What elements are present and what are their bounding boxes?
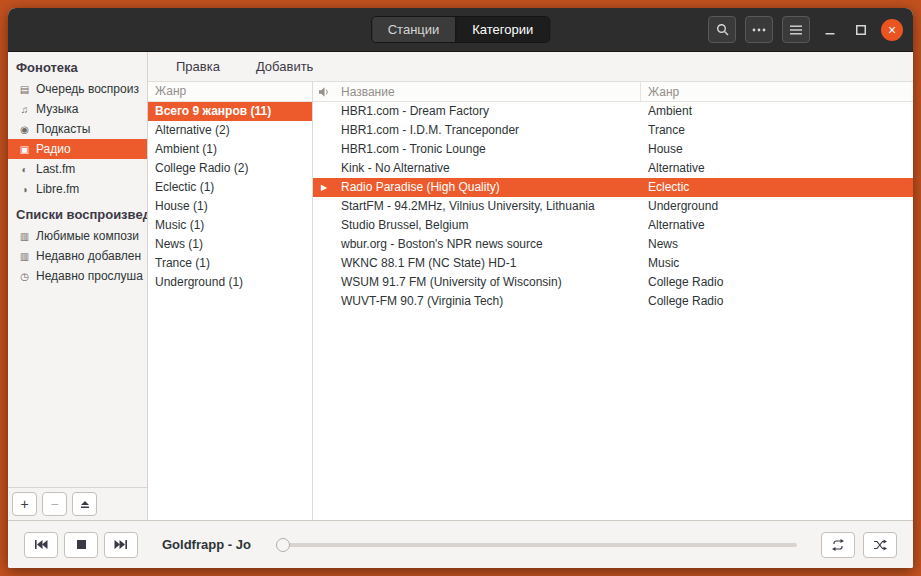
station-row[interactable]: wbur.org - Boston's NPR news source News [313,235,913,254]
playlist-item-recently-added[interactable]: ▥ Недавно добавлен [8,246,147,266]
tab-stations[interactable]: Станции [372,17,456,42]
station-name: HBR1.com - I.D.M. Tranceponder [335,121,641,140]
station-name: HBR1.com - Dream Factory [335,102,641,121]
repeat-button[interactable] [821,532,855,558]
genre-row[interactable]: News (1) [148,235,312,254]
ellipsis-icon [752,28,766,32]
sidebar-item-label: Libre.fm [36,182,79,196]
sidebar-item-radio[interactable]: ▣ Радио [8,139,147,159]
station-row[interactable]: HBR1.com - Tronic Lounge House [313,140,913,159]
tab-categories[interactable]: Категории [455,17,549,42]
hamburger-icon [790,25,802,35]
sidebar-item-music[interactable]: ♫ Музыка [8,99,147,119]
station-pane: Название Жанр HBR1.com - Dream Factory A… [313,82,913,520]
desktop-background: Станции Категории [0,0,921,576]
playback-mode-controls [821,532,897,558]
genre-row[interactable]: House (1) [148,197,312,216]
station-name: WKNC 88.1 FM (NC State) HD-1 [335,254,641,273]
station-row[interactable]: Kink - No Alternative Alternative [313,159,913,178]
genre-column-header[interactable]: Жанр [148,82,312,102]
station-row[interactable]: WSUM 91.7 FM (University of Wisconsin) C… [313,273,913,292]
playlist-item-recently-played[interactable]: ◷ Недавно прослуша [8,266,147,286]
close-icon: × [888,23,896,37]
remove-playlist-button[interactable]: − [42,492,67,516]
player-bar: Goldfrapp - Jo [8,520,913,568]
previous-icon [34,539,48,550]
play-queue-icon: ▤ [18,84,31,95]
seek-track[interactable] [279,543,797,547]
recently-added-icon: ▥ [18,251,31,262]
station-genre: College Radio [641,273,913,292]
sidebar-item-label: Подкасты [36,122,90,136]
search-icon [716,23,729,36]
sidebar-item-podcasts[interactable]: ◉ Подкасты [8,119,147,139]
sidebar-item-label: Радио [36,142,71,156]
station-name: Studio Brussel, Belgium [335,216,641,235]
station-row[interactable]: HBR1.com - I.D.M. Tranceponder Trance [313,121,913,140]
genre-row[interactable]: Underground (1) [148,273,312,292]
previous-button[interactable] [24,532,58,558]
genre-row[interactable]: College Radio (2) [148,159,312,178]
more-button[interactable] [745,16,773,43]
favourites-icon: ▥ [18,231,31,242]
next-button[interactable] [104,532,138,558]
station-genre: House [641,140,913,159]
sidebar-item-label: Last.fm [36,162,75,176]
menu-edit[interactable]: Правка [176,59,220,74]
library-header: Фонотека [8,52,147,79]
library-list: ▤ Очередь воспроиз ♫ Музыка ◉ Подкасты [8,79,147,199]
name-column-header[interactable]: Название [335,82,641,101]
playing-column-header[interactable] [313,86,335,98]
eject-button[interactable] [72,492,97,516]
seek-handle[interactable] [276,538,290,552]
view-toggle-group: Станции Категории [371,16,551,43]
playlists-list: ▥ Любимые компози ▥ Недавно добавлен ◷ Н… [8,226,147,286]
station-genre: College Radio [641,292,913,311]
music-icon: ♫ [18,104,31,115]
genre-row[interactable]: Ambient (1) [148,140,312,159]
genre-row[interactable]: Trance (1) [148,254,312,273]
minimize-icon [825,25,835,35]
station-genre: News [641,235,913,254]
station-genre: Trance [641,121,913,140]
shuffle-icon [873,539,887,551]
seek-slider[interactable] [279,532,797,558]
shuffle-button[interactable] [863,532,897,558]
station-row[interactable]: ▶ Radio Paradise (High Quality) Eclectic [313,178,913,197]
station-row[interactable]: WUVT-FM 90.7 (Virginia Tech) College Rad… [313,292,913,311]
speaker-icon [318,86,330,98]
genre-row[interactable]: Music (1) [148,216,312,235]
station-row[interactable]: StartFM - 94.2MHz, Vilnius University, L… [313,197,913,216]
station-genre-column-header[interactable]: Жанр [641,85,913,99]
browser-panes: Жанр Всего 9 жанров (11) Alternative (2)… [148,82,913,520]
minimize-button[interactable] [819,19,841,41]
search-button[interactable] [708,16,736,43]
stop-button[interactable] [64,532,98,558]
rhythmbox-window: Станции Категории [8,8,913,568]
station-row[interactable]: Studio Brussel, Belgium Alternative [313,216,913,235]
station-list-header: Название Жанр [313,82,913,102]
genre-list: Всего 9 жанров (11) Alternative (2) Ambi… [148,102,312,292]
close-button[interactable]: × [881,19,903,41]
librefm-icon: ◑ [18,184,31,195]
header-actions: × [708,16,903,43]
maximize-icon [856,25,866,35]
station-row[interactable]: WKNC 88.1 FM (NC State) HD-1 Music [313,254,913,273]
sidebar-toolbar: + − [8,487,147,520]
add-playlist-button[interactable]: + [12,492,37,516]
maximize-button[interactable] [850,19,872,41]
genre-row[interactable]: Eclectic (1) [148,178,312,197]
genre-row[interactable]: Всего 9 жанров (11) [148,102,312,121]
station-name: WSUM 91.7 FM (University of Wisconsin) [335,273,641,292]
playlist-item-favourites[interactable]: ▥ Любимые компози [8,226,147,246]
sidebar-item-librefm[interactable]: ◑ Libre.fm [8,179,147,199]
menu-add[interactable]: Добавить [256,59,313,74]
genre-row[interactable]: Alternative (2) [148,121,312,140]
podcasts-icon: ◉ [18,124,31,135]
main-area: Правка Добавить Жанр Всего 9 жанров (11)… [148,52,913,520]
stop-icon [77,540,86,549]
menu-button[interactable] [782,16,810,43]
station-row[interactable]: HBR1.com - Dream Factory Ambient [313,102,913,121]
sidebar-item-play-queue[interactable]: ▤ Очередь воспроиз [8,79,147,99]
sidebar-item-lastfm[interactable]: ◐ Last.fm [8,159,147,179]
